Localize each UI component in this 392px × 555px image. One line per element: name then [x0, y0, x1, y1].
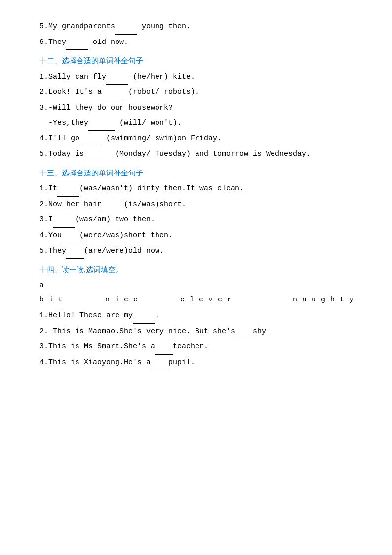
- blank: [115, 20, 137, 35]
- question-item: 4.I'll go (swimming/ swim)on Friday.: [39, 132, 353, 147]
- section-title-13: 十三、选择合适的单词补全句子: [39, 166, 353, 180]
- question-item: 2.Look! It's a (robot/ robots).: [39, 85, 353, 100]
- section-13: 十三、选择合适的单词补全句子 1.It (was/wasn't) dirty t…: [39, 166, 353, 259]
- question-item: 2.Now her hair (is/was)short.: [39, 198, 353, 213]
- question-item: 3.This is Ms Smart.She's a teacher.: [39, 340, 353, 355]
- question-item: 1.Sally can fly (he/her) kite.: [39, 70, 353, 85]
- question-item: 1.It (was/wasn't) dirty then.It was clea…: [39, 182, 353, 197]
- question-item: 4.You (were/was)short then.: [39, 229, 353, 244]
- question-item: 5.They (are/were)old now.: [39, 244, 353, 259]
- blank: [106, 70, 128, 85]
- blank: [235, 325, 253, 340]
- blank: [53, 213, 75, 228]
- word-bank: a bit nice clever naughty friends: [39, 279, 353, 307]
- blank: [151, 356, 168, 371]
- blank: [155, 340, 173, 355]
- question-item: 3.I (was/am) two then.: [39, 213, 353, 228]
- blank: [57, 182, 79, 197]
- top-questions: 5.My grandparents young then. 6.They old…: [39, 20, 353, 50]
- blank: [66, 36, 88, 50]
- section-12: 十二、选择合适的单词补全句子 1.Sally can fly (he/her) …: [39, 54, 353, 162]
- question-item: 3.-Will they do our housework?: [39, 101, 353, 116]
- blank: [79, 132, 102, 147]
- section-title-14: 十四、读一读,选词填空。: [39, 263, 353, 277]
- blank: [102, 198, 124, 213]
- blank: [102, 85, 124, 100]
- blank: [133, 309, 155, 324]
- question-item: 2. This is Maomao.She's very nice. But s…: [39, 325, 353, 340]
- blank: [66, 244, 84, 259]
- blank: [84, 147, 111, 162]
- question-item: 5.My grandparents young then.: [39, 20, 353, 35]
- question-item: 1.Hello! These are my .: [39, 309, 353, 324]
- question-item: 4.This is Xiaoyong.He's a pupil.: [39, 356, 353, 371]
- blank: [88, 116, 115, 131]
- section-title-12: 十二、选择合适的单词补全句子: [39, 54, 353, 68]
- question-item: -Yes,they (will/ won't).: [39, 116, 353, 131]
- blank: [62, 229, 79, 244]
- section-14: 十四、读一读,选词填空。 a bit nice clever naughty f…: [39, 263, 353, 371]
- page-content: 5.My grandparents young then. 6.They old…: [39, 20, 353, 370]
- question-item: 5.Today is (Monday/ Tuesday) and tomorro…: [39, 147, 353, 162]
- question-item: 6.They old now.: [39, 36, 353, 50]
